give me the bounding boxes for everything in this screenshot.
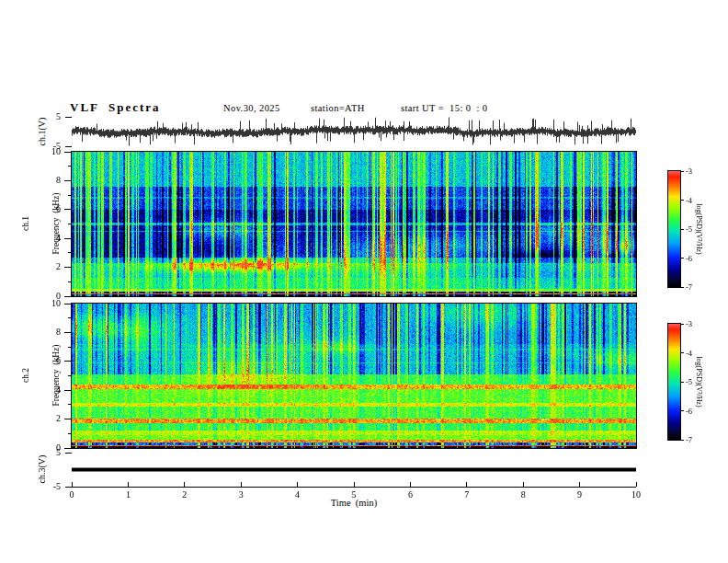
colorbar-2-tick-label: -3 bbox=[686, 319, 692, 328]
x-tick-label: 4 bbox=[289, 489, 307, 500]
colorbar-2-tick-label: -6 bbox=[686, 407, 692, 416]
colorbar-1-tick-mark bbox=[680, 287, 684, 288]
colorbar-2-label: log(PSD)(V²/Hz) bbox=[695, 356, 703, 407]
colorbar-1-tick-mark bbox=[680, 258, 684, 259]
ch1-spec-y-tick-label: 8 bbox=[44, 175, 61, 185]
colorbar-1-tick-mark bbox=[680, 229, 684, 230]
ch2-spec-y-tick-mark bbox=[64, 304, 72, 304]
ch3-voltage-axis-label: ch.3(V) bbox=[37, 455, 48, 484]
ch2-spec-y-tick-label: 2 bbox=[44, 413, 61, 423]
colorbar-1-tick-label: -6 bbox=[686, 254, 692, 263]
x-tick-label: 6 bbox=[401, 489, 419, 500]
colorbar-2-tick-label: -5 bbox=[686, 377, 692, 386]
colorbar-1-canvas bbox=[668, 171, 680, 287]
x-tick-label: 9 bbox=[571, 489, 589, 500]
colorbar-2-tick-mark bbox=[680, 410, 684, 411]
figure-title: VLF Spectra bbox=[70, 100, 161, 115]
x-tick-label: 8 bbox=[514, 489, 532, 500]
ch1-spec-y-tick-label: 2 bbox=[44, 261, 61, 271]
colorbar-1-tick-label: -4 bbox=[686, 196, 692, 205]
ch2-spec-y-tick-mark bbox=[64, 419, 72, 419]
ch1-frequency-axis-label-line1: ch.1 bbox=[21, 192, 31, 254]
ch1-waveform-canvas bbox=[72, 117, 636, 146]
ch1-spec-y-tick-label: 10 bbox=[44, 146, 61, 156]
start-time-label: start UT = 15: 0 : 0 bbox=[401, 103, 487, 113]
x-tick-label: 2 bbox=[176, 489, 194, 500]
ch3-wave-y-tick-mark bbox=[65, 453, 72, 454]
ch1-spectrogram-canvas bbox=[72, 152, 636, 296]
colorbar-1-tick-label: -3 bbox=[686, 167, 692, 176]
ch3-wave-y-tick-mark bbox=[65, 487, 72, 488]
ch2-spec-y-tick-mark bbox=[64, 448, 72, 449]
ch1-spec-y-tick-mark bbox=[64, 267, 72, 268]
colorbar-2-tick-mark bbox=[680, 352, 684, 353]
ch1-frequency-axis-label: ch.1 Frequency (kHz) bbox=[1, 192, 81, 254]
colorbar-2-tick-mark bbox=[680, 324, 684, 325]
ch2-frequency-axis-label-line2: Frequency (kHz) bbox=[51, 344, 62, 406]
ch1-voltage-axis-label: ch.1(V) bbox=[37, 118, 48, 146]
colorbar-1-tick-label: -5 bbox=[686, 224, 692, 234]
ch2-spec-y-tick-label: 0 bbox=[44, 442, 61, 453]
ch1-frequency-axis-label-line2: Frequency (kHz) bbox=[51, 192, 62, 254]
colorbar-1-tick-mark bbox=[680, 200, 684, 201]
time-axis-label: Time (min) bbox=[308, 498, 400, 508]
ch2-frequency-axis-label-line1: ch.2 bbox=[21, 344, 31, 406]
vlf-spectra-figure: VLF Spectra Nov.30, 2025 station=ATH sta… bbox=[0, 0, 728, 563]
colorbar-2-tick-label: -7 bbox=[686, 435, 692, 444]
date-label: Nov.30, 2025 bbox=[223, 103, 280, 113]
colorbar-1-tick-label: -7 bbox=[686, 282, 692, 292]
x-tick-label: 1 bbox=[119, 489, 137, 500]
ch1-wave-y-tick-mark bbox=[65, 146, 72, 147]
ch1-spec-y-tick-mark bbox=[64, 180, 72, 181]
station-label: station=ATH bbox=[311, 103, 365, 113]
x-axis-line bbox=[72, 487, 636, 488]
x-tick-label: 3 bbox=[232, 489, 250, 500]
ch2-spectrogram-canvas bbox=[72, 304, 636, 448]
x-tick-label: 7 bbox=[458, 489, 476, 500]
ch2-spec-y-tick-label: 10 bbox=[44, 298, 61, 308]
ch2-frequency-axis-label: ch.2 Frequency (kHz) bbox=[1, 344, 81, 406]
ch1-spec-y-tick-mark bbox=[64, 296, 72, 297]
ch1-spec-y-tick-label: 0 bbox=[44, 291, 61, 301]
x-tick-label: 10 bbox=[627, 489, 645, 500]
ch2-spec-y-tick-mark bbox=[64, 332, 72, 333]
colorbar-2-tick-label: -4 bbox=[686, 349, 692, 358]
ch1-spec-y-tick-mark bbox=[64, 152, 72, 153]
ch2-spec-y-tick-label: 8 bbox=[44, 327, 61, 337]
colorbar-2-tick-mark bbox=[680, 382, 684, 383]
colorbar-1-tick-mark bbox=[680, 171, 684, 172]
colorbar-2-canvas bbox=[668, 324, 680, 440]
colorbar-2-tick-mark bbox=[680, 440, 684, 441]
ch3-waveform-canvas bbox=[72, 453, 636, 487]
ch1-wave-y-tick-mark bbox=[65, 117, 72, 118]
colorbar-1-label: log(PSD)(V²/Hz) bbox=[695, 203, 703, 254]
x-tick-label: 0 bbox=[63, 489, 81, 500]
